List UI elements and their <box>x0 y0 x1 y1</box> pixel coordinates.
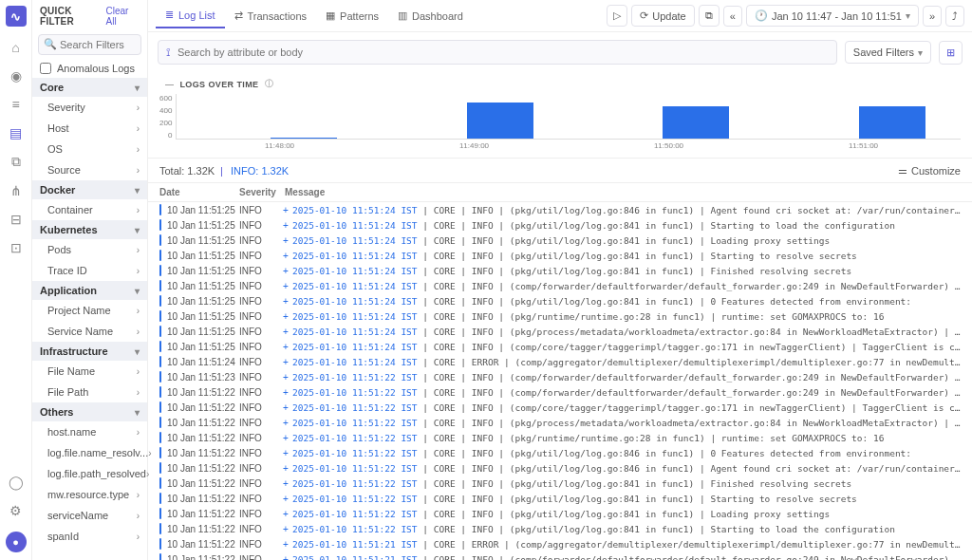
copy-button[interactable]: ⧉ <box>699 5 720 27</box>
expand-icon[interactable]: + <box>281 251 290 261</box>
col-header-message[interactable]: Message <box>285 187 961 197</box>
info-icon[interactable]: ⓘ <box>265 78 273 90</box>
filter-item[interactable]: Pods› <box>32 239 147 260</box>
tab-log-list[interactable]: ≣Log List <box>156 3 225 28</box>
upload-button[interactable]: ⤴ <box>945 6 964 27</box>
log-row[interactable]: 10 Jan 11:51:25INFO+2025-01-10 11:51:24 … <box>148 217 972 233</box>
col-header-date[interactable]: Date <box>159 187 239 197</box>
update-button[interactable]: ⟳Update <box>631 5 694 27</box>
log-row[interactable]: 10 Jan 11:51:22INFO+2025-01-10 11:51:22 … <box>148 400 972 415</box>
filter-item[interactable]: File Name› <box>32 361 147 382</box>
expand-icon[interactable]: + <box>281 509 290 519</box>
saved-filters-dropdown[interactable]: Saved Filters▾ <box>845 41 931 64</box>
log-row[interactable]: 10 Jan 11:51:25INFO+2025-01-10 11:51:24 … <box>148 324 972 339</box>
expand-icon[interactable]: + <box>281 357 290 367</box>
search-input[interactable] <box>178 47 829 58</box>
expand-icon[interactable]: + <box>281 494 290 504</box>
play-button[interactable]: ▷ <box>607 5 627 27</box>
search-box[interactable]: ⟟ <box>158 40 837 65</box>
filter-item[interactable]: spanId› <box>32 526 147 547</box>
log-row[interactable]: 10 Jan 11:51:22INFO+2025-01-10 11:51:21 … <box>148 551 972 560</box>
expand-icon[interactable]: + <box>281 327 290 337</box>
time-range-picker[interactable]: 🕐Jan 10 11:47 - Jan 10 11:51▾ <box>746 5 919 27</box>
log-row[interactable]: 10 Jan 11:51:25INFO+2025-01-10 11:51:24 … <box>148 202 972 217</box>
rail-logs-icon[interactable]: ▤ <box>9 125 22 140</box>
rail-home-icon[interactable]: ⌂ <box>11 40 19 55</box>
filter-item[interactable]: Host› <box>32 118 147 139</box>
filter-item[interactable]: Severity› <box>32 97 147 118</box>
app-logo[interactable]: ∿ <box>6 6 27 27</box>
chart-bar[interactable] <box>859 106 925 139</box>
expand-icon[interactable]: + <box>281 205 290 215</box>
log-row[interactable]: 10 Jan 11:51:22INFO+2025-01-10 11:51:22 … <box>148 430 972 445</box>
log-row[interactable]: 10 Jan 11:51:25INFO+2025-01-10 11:51:24 … <box>148 233 972 248</box>
expand-icon[interactable]: + <box>281 554 290 561</box>
collapse-caret-icon[interactable]: — <box>165 80 174 89</box>
log-row[interactable]: 10 Jan 11:51:24INFO+2025-01-10 11:51:24 … <box>148 354 972 369</box>
log-row[interactable]: 10 Jan 11:51:22INFO+2025-01-10 11:51:22 … <box>148 521 972 536</box>
filter-item[interactable]: Trace ID› <box>32 260 147 281</box>
chart-bar[interactable] <box>271 138 337 139</box>
anomalous-checkbox[interactable] <box>40 63 51 74</box>
filter-group-core[interactable]: Core▾ <box>32 78 147 97</box>
rail-help-icon[interactable]: ◯ <box>9 475 24 490</box>
expand-icon[interactable]: + <box>281 433 290 443</box>
expand-icon[interactable]: + <box>281 478 290 489</box>
log-row[interactable]: 10 Jan 11:51:25INFO+2025-01-10 11:51:24 … <box>148 263 972 278</box>
log-row[interactable]: 10 Jan 11:51:22INFO+2025-01-10 11:51:22 … <box>148 415 972 430</box>
expand-icon[interactable]: + <box>281 342 290 352</box>
log-row[interactable]: 10 Jan 11:51:25INFO+2025-01-10 11:51:24 … <box>148 248 972 263</box>
rail-list-icon[interactable]: ≡ <box>11 97 19 112</box>
filter-group-application[interactable]: Application▾ <box>32 281 147 300</box>
rail-alerts-icon[interactable]: ⊡ <box>10 240 22 255</box>
log-row[interactable]: 10 Jan 11:51:25INFO+2025-01-10 11:51:24 … <box>148 308 972 324</box>
log-row[interactable]: 10 Jan 11:51:22INFO+2025-01-10 11:51:22 … <box>148 506 972 521</box>
expand-icon[interactable]: + <box>281 463 290 474</box>
filter-item[interactable]: Service Name› <box>32 321 147 342</box>
filter-group-others[interactable]: Others▾ <box>32 402 147 421</box>
expand-icon[interactable]: + <box>281 220 290 231</box>
filter-group-docker[interactable]: Docker▾ <box>32 180 147 199</box>
rail-metrics-icon[interactable]: ◉ <box>10 68 22 84</box>
expand-icon[interactable]: + <box>281 311 290 322</box>
tab-transactions[interactable]: ⇄Transactions <box>225 3 317 28</box>
rail-infra-icon[interactable]: ⋔ <box>10 183 22 198</box>
filter-item[interactable]: log.file.path_resolved› <box>32 463 147 484</box>
rail-settings-icon[interactable]: ⚙ <box>9 503 22 518</box>
log-row[interactable]: 10 Jan 11:51:23INFO+2025-01-10 11:51:22 … <box>148 369 972 384</box>
filter-group-kubernetes[interactable]: Kubernetes▾ <box>32 220 147 239</box>
log-row[interactable]: 10 Jan 11:51:22INFO+2025-01-10 11:51:22 … <box>148 491 972 506</box>
log-row[interactable]: 10 Jan 11:51:22INFO+2025-01-10 11:51:22 … <box>148 384 972 400</box>
log-row[interactable]: 10 Jan 11:51:25INFO+2025-01-10 11:51:24 … <box>148 339 972 354</box>
expand-icon[interactable]: + <box>281 266 290 276</box>
expand-icon[interactable]: + <box>281 539 290 550</box>
filter-group-infrastructure[interactable]: Infrastructure▾ <box>32 342 147 361</box>
col-header-severity[interactable]: Severity <box>239 187 285 197</box>
log-row[interactable]: 10 Jan 11:51:22INFO+2025-01-10 11:51:22 … <box>148 460 972 476</box>
rail-traces-icon[interactable]: ⧉ <box>11 154 21 170</box>
filter-item[interactable]: OS› <box>32 139 147 159</box>
rail-avatar[interactable]: ● <box>6 532 27 552</box>
log-row[interactable]: 10 Jan 11:51:25INFO+2025-01-10 11:51:24 … <box>148 293 972 308</box>
expand-icon[interactable]: + <box>281 418 290 428</box>
expand-icon[interactable]: + <box>281 235 290 246</box>
customize-button[interactable]: ⚌Customize <box>898 164 961 177</box>
filter-item[interactable]: Source› <box>32 159 147 180</box>
filter-item[interactable]: Project Name› <box>32 300 147 321</box>
expand-icon[interactable]: + <box>281 402 290 413</box>
expand-icon[interactable]: + <box>281 387 290 398</box>
tab-dashboard[interactable]: ▥Dashboard <box>388 3 473 28</box>
log-row[interactable]: 10 Jan 11:51:22INFO+2025-01-10 11:51:21 … <box>148 536 972 551</box>
log-row[interactable]: 10 Jan 11:51:25INFO+2025-01-10 11:51:24 … <box>148 278 972 293</box>
expand-icon[interactable]: + <box>281 524 290 534</box>
filter-item[interactable]: mw.resource.type› <box>32 484 147 505</box>
clear-all-link[interactable]: Clear All <box>105 6 140 27</box>
expand-icon[interactable]: + <box>281 296 290 307</box>
chart-bar[interactable] <box>663 106 729 139</box>
filter-item[interactable]: File Path› <box>32 382 147 402</box>
filter-item[interactable]: Container› <box>32 199 147 220</box>
save-filter-button[interactable]: ⊞ <box>939 41 963 65</box>
expand-icon[interactable]: + <box>281 281 290 291</box>
log-row[interactable]: 10 Jan 11:51:22INFO+2025-01-10 11:51:22 … <box>148 445 972 460</box>
chart-bar[interactable] <box>467 103 533 139</box>
